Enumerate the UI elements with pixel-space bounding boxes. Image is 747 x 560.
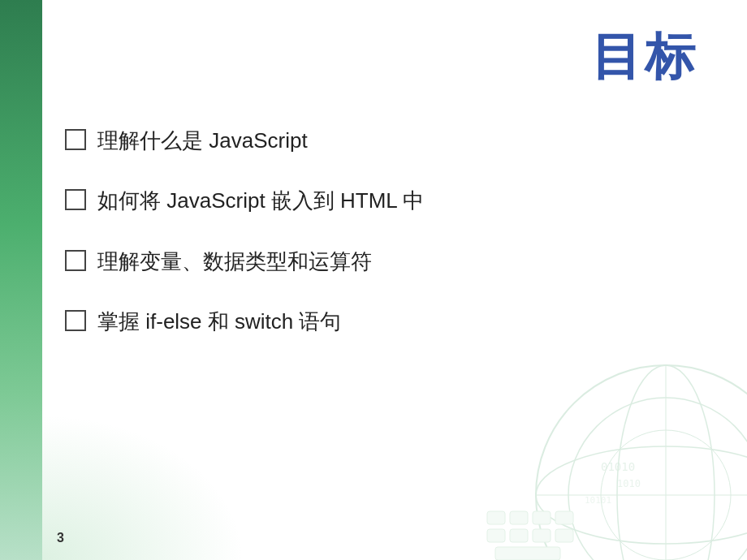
svg-text:01010: 01010 bbox=[601, 460, 635, 473]
checkbox-1 bbox=[65, 129, 86, 150]
bullet-item-4: 掌握 if-else 和 switch 语句 bbox=[65, 307, 698, 336]
checkbox-2 bbox=[65, 189, 86, 210]
svg-rect-14 bbox=[487, 529, 505, 542]
svg-rect-13 bbox=[555, 511, 573, 524]
page-number: 3 bbox=[57, 531, 64, 545]
bullet-item-1: 理解什么是 JavaScript bbox=[65, 126, 698, 155]
svg-text:10101: 10101 bbox=[585, 495, 611, 506]
bullet-text-1: 理解什么是 JavaScript bbox=[97, 126, 698, 155]
checkbox-4 bbox=[65, 310, 86, 331]
bullet-text-3: 理解变量、数据类型和运算符 bbox=[97, 247, 698, 276]
content-area: 理解什么是 JavaScript 如何将 JavaScript 嵌入到 HTML… bbox=[65, 126, 698, 368]
slide-title: 目标 bbox=[591, 23, 698, 91]
bullet-text-2: 如何将 JavaScript 嵌入到 HTML 中 bbox=[97, 186, 698, 215]
svg-rect-10 bbox=[487, 511, 505, 524]
svg-rect-11 bbox=[510, 511, 528, 524]
svg-text:1010: 1010 bbox=[617, 478, 641, 489]
bullet-item-2: 如何将 JavaScript 嵌入到 HTML 中 bbox=[65, 186, 698, 215]
svg-rect-18 bbox=[495, 547, 560, 560]
slide: 01010 1010 10101 目标 理解什么是 JavaScript 如何将… bbox=[0, 0, 747, 560]
svg-rect-16 bbox=[533, 529, 551, 542]
checkbox-3 bbox=[65, 250, 86, 271]
bullet-text-4: 掌握 if-else 和 switch 语句 bbox=[97, 307, 698, 336]
bullet-item-3: 理解变量、数据类型和运算符 bbox=[65, 247, 698, 276]
svg-rect-17 bbox=[555, 529, 573, 542]
svg-rect-15 bbox=[510, 529, 528, 542]
left-decorative-bar bbox=[0, 0, 42, 560]
svg-rect-12 bbox=[533, 511, 551, 524]
bottom-left-fade bbox=[42, 414, 245, 560]
